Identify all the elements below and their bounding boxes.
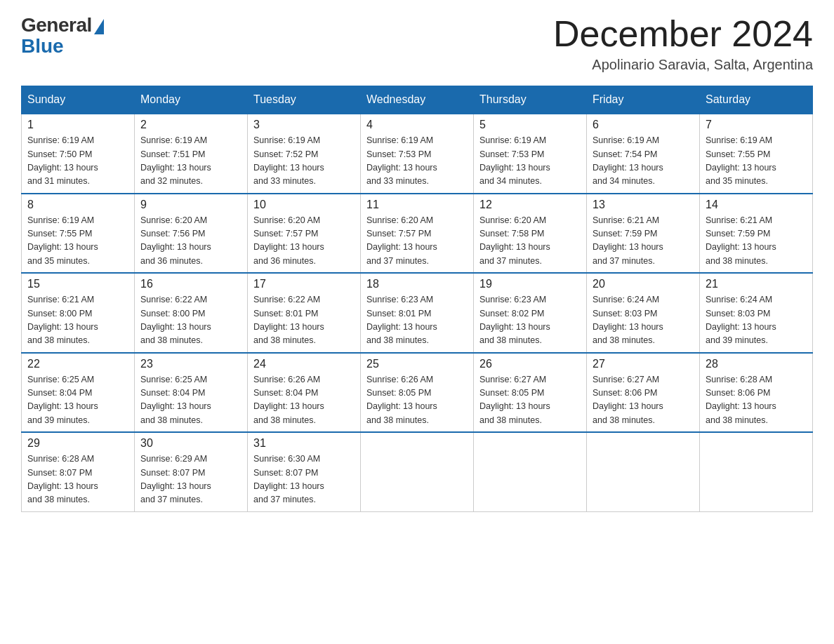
day-info: Sunrise: 6:22 AM Sunset: 8:01 PM Dayligh…: [253, 293, 355, 348]
day-number: 29: [27, 437, 128, 450]
header-monday: Monday: [135, 86, 248, 114]
day-info: Sunrise: 6:30 AM Sunset: 8:07 PM Dayligh…: [253, 452, 355, 507]
day-number: 9: [140, 199, 241, 211]
calendar-cell: 20 Sunrise: 6:24 AM Sunset: 8:03 PM Dayl…: [587, 273, 700, 353]
calendar-cell: 30 Sunrise: 6:29 AM Sunset: 8:07 PM Dayl…: [135, 432, 248, 511]
header-thursday: Thursday: [474, 86, 587, 114]
calendar-cell: [474, 432, 587, 511]
day-number: 13: [593, 199, 694, 211]
day-info: Sunrise: 6:19 AM Sunset: 7:50 PM Dayligh…: [27, 134, 128, 189]
day-info: Sunrise: 6:22 AM Sunset: 8:00 PM Dayligh…: [140, 293, 241, 348]
day-number: 16: [140, 278, 241, 290]
calendar-cell: 3 Sunrise: 6:19 AM Sunset: 7:52 PM Dayli…: [248, 114, 361, 194]
calendar-header-row: SundayMondayTuesdayWednesdayThursdayFrid…: [22, 86, 813, 114]
day-number: 10: [253, 199, 355, 211]
calendar-cell: 28 Sunrise: 6:28 AM Sunset: 8:06 PM Dayl…: [700, 353, 813, 433]
logo-general-text: General: [21, 14, 92, 36]
day-number: 6: [593, 119, 694, 131]
calendar-table: SundayMondayTuesdayWednesdayThursdayFrid…: [21, 86, 813, 512]
day-info: Sunrise: 6:28 AM Sunset: 8:06 PM Dayligh…: [706, 373, 807, 428]
calendar-week-row: 1 Sunrise: 6:19 AM Sunset: 7:50 PM Dayli…: [22, 114, 813, 194]
day-info: Sunrise: 6:20 AM Sunset: 7:57 PM Dayligh…: [366, 214, 468, 269]
day-number: 18: [366, 278, 468, 290]
calendar-cell: 18 Sunrise: 6:23 AM Sunset: 8:01 PM Dayl…: [361, 273, 474, 353]
calendar-cell: 14 Sunrise: 6:21 AM Sunset: 7:59 PM Dayl…: [700, 194, 813, 274]
day-number: 17: [253, 278, 355, 290]
day-info: Sunrise: 6:20 AM Sunset: 7:58 PM Dayligh…: [479, 214, 581, 269]
day-info: Sunrise: 6:19 AM Sunset: 7:55 PM Dayligh…: [27, 214, 128, 269]
calendar-cell: 31 Sunrise: 6:30 AM Sunset: 8:07 PM Dayl…: [248, 432, 361, 511]
logo: General Blue: [21, 14, 104, 58]
calendar-cell: 6 Sunrise: 6:19 AM Sunset: 7:54 PM Dayli…: [587, 114, 700, 194]
logo-triangle-icon: [94, 19, 104, 34]
day-number: 30: [140, 437, 241, 450]
day-info: Sunrise: 6:19 AM Sunset: 7:51 PM Dayligh…: [140, 134, 241, 189]
day-number: 25: [366, 358, 468, 370]
day-info: Sunrise: 6:27 AM Sunset: 8:05 PM Dayligh…: [479, 373, 581, 428]
header: General Blue December 2024 Apolinario Sa…: [21, 14, 813, 73]
day-info: Sunrise: 6:23 AM Sunset: 8:02 PM Dayligh…: [479, 293, 581, 348]
calendar-cell: 4 Sunrise: 6:19 AM Sunset: 7:53 PM Dayli…: [361, 114, 474, 194]
calendar-cell: 7 Sunrise: 6:19 AM Sunset: 7:55 PM Dayli…: [700, 114, 813, 194]
calendar-week-row: 8 Sunrise: 6:19 AM Sunset: 7:55 PM Dayli…: [22, 194, 813, 274]
calendar-cell: 24 Sunrise: 6:26 AM Sunset: 8:04 PM Dayl…: [248, 353, 361, 433]
month-title: December 2024: [553, 14, 813, 54]
calendar-week-row: 29 Sunrise: 6:28 AM Sunset: 8:07 PM Dayl…: [22, 432, 813, 511]
day-info: Sunrise: 6:27 AM Sunset: 8:06 PM Dayligh…: [593, 373, 694, 428]
day-number: 4: [366, 119, 468, 131]
day-number: 15: [27, 278, 128, 290]
day-number: 5: [479, 119, 581, 131]
day-number: 26: [479, 358, 581, 370]
day-number: 2: [140, 119, 241, 131]
day-info: Sunrise: 6:20 AM Sunset: 7:56 PM Dayligh…: [140, 214, 241, 269]
day-info: Sunrise: 6:21 AM Sunset: 7:59 PM Dayligh…: [593, 214, 694, 269]
day-number: 23: [140, 358, 241, 370]
header-saturday: Saturday: [700, 86, 813, 114]
calendar-cell: 5 Sunrise: 6:19 AM Sunset: 7:53 PM Dayli…: [474, 114, 587, 194]
day-number: 14: [706, 199, 807, 211]
day-info: Sunrise: 6:25 AM Sunset: 8:04 PM Dayligh…: [27, 373, 128, 428]
calendar-cell: 19 Sunrise: 6:23 AM Sunset: 8:02 PM Dayl…: [474, 273, 587, 353]
day-number: 24: [253, 358, 355, 370]
calendar-cell: 2 Sunrise: 6:19 AM Sunset: 7:51 PM Dayli…: [135, 114, 248, 194]
day-info: Sunrise: 6:26 AM Sunset: 8:04 PM Dayligh…: [253, 373, 355, 428]
day-info: Sunrise: 6:26 AM Sunset: 8:05 PM Dayligh…: [366, 373, 468, 428]
calendar-cell: 25 Sunrise: 6:26 AM Sunset: 8:05 PM Dayl…: [361, 353, 474, 433]
day-info: Sunrise: 6:23 AM Sunset: 8:01 PM Dayligh…: [366, 293, 468, 348]
day-info: Sunrise: 6:19 AM Sunset: 7:52 PM Dayligh…: [253, 134, 355, 189]
calendar-cell: [361, 432, 474, 511]
calendar-cell: 17 Sunrise: 6:22 AM Sunset: 8:01 PM Dayl…: [248, 273, 361, 353]
day-info: Sunrise: 6:24 AM Sunset: 8:03 PM Dayligh…: [706, 293, 807, 348]
day-number: 21: [706, 278, 807, 290]
title-area: December 2024 Apolinario Saravia, Salta,…: [553, 14, 813, 73]
header-wednesday: Wednesday: [361, 86, 474, 114]
day-info: Sunrise: 6:28 AM Sunset: 8:07 PM Dayligh…: [27, 452, 128, 507]
day-info: Sunrise: 6:19 AM Sunset: 7:53 PM Dayligh…: [479, 134, 581, 189]
calendar-cell: 11 Sunrise: 6:20 AM Sunset: 7:57 PM Dayl…: [361, 194, 474, 274]
day-number: 31: [253, 437, 355, 450]
day-number: 3: [253, 119, 355, 131]
header-sunday: Sunday: [22, 86, 135, 114]
day-info: Sunrise: 6:29 AM Sunset: 8:07 PM Dayligh…: [140, 452, 241, 507]
header-tuesday: Tuesday: [248, 86, 361, 114]
calendar-cell: 10 Sunrise: 6:20 AM Sunset: 7:57 PM Dayl…: [248, 194, 361, 274]
logo-blue-text: Blue: [21, 35, 64, 58]
calendar-cell: 27 Sunrise: 6:27 AM Sunset: 8:06 PM Dayl…: [587, 353, 700, 433]
calendar-cell: 26 Sunrise: 6:27 AM Sunset: 8:05 PM Dayl…: [474, 353, 587, 433]
day-number: 1: [27, 119, 128, 131]
day-number: 11: [366, 199, 468, 211]
calendar-cell: [700, 432, 813, 511]
day-info: Sunrise: 6:19 AM Sunset: 7:54 PM Dayligh…: [593, 134, 694, 189]
calendar-cell: 23 Sunrise: 6:25 AM Sunset: 8:04 PM Dayl…: [135, 353, 248, 433]
location-subtitle: Apolinario Saravia, Salta, Argentina: [553, 57, 813, 73]
day-number: 22: [27, 358, 128, 370]
calendar-cell: 1 Sunrise: 6:19 AM Sunset: 7:50 PM Dayli…: [22, 114, 135, 194]
day-number: 28: [706, 358, 807, 370]
calendar-cell: 12 Sunrise: 6:20 AM Sunset: 7:58 PM Dayl…: [474, 194, 587, 274]
day-number: 27: [593, 358, 694, 370]
day-info: Sunrise: 6:25 AM Sunset: 8:04 PM Dayligh…: [140, 373, 241, 428]
calendar-cell: [587, 432, 700, 511]
day-info: Sunrise: 6:19 AM Sunset: 7:55 PM Dayligh…: [706, 134, 807, 189]
calendar-week-row: 15 Sunrise: 6:21 AM Sunset: 8:00 PM Dayl…: [22, 273, 813, 353]
day-info: Sunrise: 6:24 AM Sunset: 8:03 PM Dayligh…: [593, 293, 694, 348]
